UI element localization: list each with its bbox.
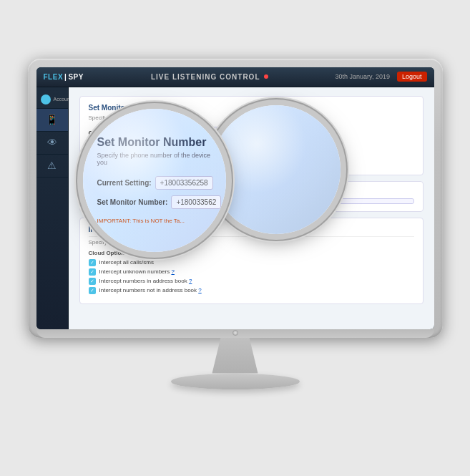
important-notice: IMPORTANT: This is NOT the Ta YouKnow: [89, 161, 414, 167]
logo-spy: SPY: [68, 73, 84, 81]
panel-content: Set Monitor Number Specify the phone num…: [69, 87, 434, 313]
watchlist-section: Interception Watch List Specify the phon…: [79, 218, 424, 304]
set-monitor-row: Set Monitor Number: +180033562: [89, 144, 414, 157]
sim-label: d/or receive an SMS for Sim Change Notif…: [89, 189, 414, 195]
monitor-bezel: FLEX | SPY LIVE LISTENING CONTROL 30th J…: [28, 59, 443, 338]
watchlist-item-4[interactable]: ✓ Intercept numbers not in address book …: [89, 287, 414, 294]
monitor-screen: FLEX | SPY LIVE LISTENING CONTROL 30th J…: [36, 67, 434, 329]
top-bar-title: LIVE LISTENING CONTROL: [151, 73, 268, 81]
modal-subtitle: Specify the phone number of the device y…: [89, 115, 414, 121]
sim-input[interactable]: [89, 198, 414, 204]
watchlist-item-3[interactable]: ✓ Intercept numbers in address book ?: [89, 278, 414, 285]
watchlist-item-text-1: Intercept all calls/sms: [99, 259, 154, 266]
date-label: 30th January, 2019: [336, 73, 390, 80]
set-monitor-label: Set Monitor Number:: [89, 147, 164, 154]
address-book-link[interactable]: ?: [189, 278, 192, 284]
watchlist-item-text-2: Intercept unknown numbers ?: [99, 268, 175, 275]
account-icon: [41, 94, 51, 105]
screen-content: Account 📱 👁 ⚠: [36, 87, 434, 329]
current-setting-row: Current Setting: +18003356258: [89, 127, 414, 140]
logout-button[interactable]: Logout: [397, 72, 427, 82]
modal-title: Set Monitor Number: [89, 104, 414, 112]
cloud-options-label: Cloud Options: [89, 250, 414, 256]
top-bar: FLEX | SPY LIVE LISTENING CONTROL 30th J…: [36, 67, 434, 87]
important-text: This is NOT the Ta: [124, 161, 175, 167]
check-icon-3: ✓: [89, 278, 96, 285]
youknow-link[interactable]: YouKnow: [176, 161, 202, 167]
live-indicator: [264, 74, 268, 79]
check-icon-2: ✓: [89, 268, 96, 276]
logo-divider-bar: |: [64, 73, 67, 81]
alert-icon: ⚠: [47, 160, 57, 171]
watchlist-item-2[interactable]: ✓ Intercept unknown numbers ?: [89, 268, 414, 276]
sidebar-item-devices[interactable]: 📱: [36, 109, 68, 132]
top-bar-right: 30th January, 2019 Logout: [336, 72, 427, 82]
devices-icon: 📱: [46, 114, 58, 125]
sidebar-item-alerts[interactable]: ⚠: [36, 155, 68, 178]
current-setting-label: Current Setting:: [89, 130, 164, 137]
sidebar-account: Account: [36, 91, 68, 109]
monitor-wrapper: FLEX | SPY LIVE LISTENING CONTROL 30th J…: [28, 59, 443, 389]
sidebar-item-live[interactable]: 👁: [36, 132, 68, 155]
current-setting-value: +18003356258: [170, 127, 234, 140]
watchlist-subtitle: Specify the phone numbers to monitor.: [89, 239, 414, 246]
power-indicator: [232, 330, 238, 336]
watchlist-item-text-3: Intercept numbers in address book ?: [99, 278, 192, 284]
stand-base: [171, 374, 300, 389]
stand-neck: [207, 338, 264, 374]
sim-section: d/or receive an SMS for Sim Change Notif…: [79, 181, 424, 212]
main-panel: Set Monitor Number Specify the phone num…: [69, 87, 434, 329]
unknown-numbers-link[interactable]: ?: [171, 268, 174, 275]
set-monitor-value: +180033562: [170, 144, 234, 157]
important-prefix: IMPORTANT:: [89, 161, 124, 167]
not-address-book-link[interactable]: ?: [198, 287, 201, 293]
monitor-chin: [36, 328, 434, 338]
sidebar: Account 📱 👁 ⚠: [36, 87, 69, 329]
logo: FLEX | SPY: [44, 73, 84, 81]
logo-flex: FLEX: [44, 73, 64, 81]
watchlist-item-text-4: Intercept numbers not in address book ?: [99, 287, 202, 293]
watchlist-title: Interception Watch List: [89, 225, 414, 237]
check-icon-1: ✓: [89, 259, 96, 266]
check-icon-4: ✓: [89, 287, 96, 294]
set-monitor-section: Set Monitor Number Specify the phone num…: [79, 96, 424, 175]
eye-icon: 👁: [47, 137, 57, 148]
watchlist-item-1[interactable]: ✓ Intercept all calls/sms: [89, 259, 414, 266]
